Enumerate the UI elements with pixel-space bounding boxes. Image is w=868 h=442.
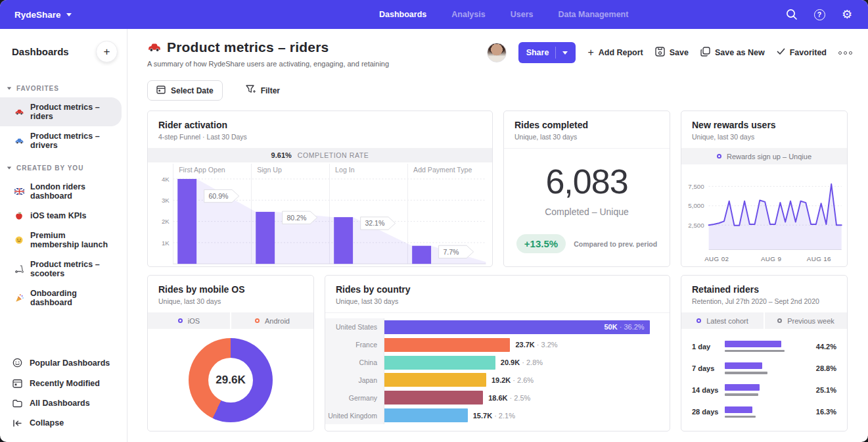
add-report-button[interactable]: + Add Report xyxy=(587,47,643,59)
legend-rewards-signup[interactable]: Rewards sign up – Unqiue xyxy=(681,148,847,164)
line-chart[interactable]: 7,5005,0002,500AUG 02AUG 9AUG 16 xyxy=(681,164,847,266)
country-row-united-kingdom[interactable]: United Kingdom 15.7K · 2.1% xyxy=(325,406,670,424)
filter-button[interactable]: Filter xyxy=(237,80,288,101)
collapse-icon xyxy=(12,419,22,428)
legend-marker xyxy=(178,318,183,323)
sidebar-section-created-by-you[interactable]: CREATED BY YOU xyxy=(0,164,127,172)
sidebar-footer-popular-dashboards[interactable]: Popular Dashboards xyxy=(0,353,122,373)
more-options-button[interactable] xyxy=(838,51,852,55)
save-button[interactable]: Save xyxy=(655,47,689,59)
country-bar[interactable] xyxy=(384,356,495,370)
header-actions: Share + Add Report Save Save as Ne xyxy=(487,42,852,63)
svg-text:7.7%: 7.7% xyxy=(443,248,459,256)
nav-item-analysis[interactable]: Analysis xyxy=(451,10,485,19)
svg-text:80.2%: 80.2% xyxy=(286,214,307,222)
sidebar-footer-collapse[interactable]: Collapse xyxy=(0,413,122,433)
apple-icon xyxy=(14,212,24,220)
legend-latest-cohort[interactable]: Latest cohort xyxy=(681,312,764,329)
chevron-down-icon[interactable] xyxy=(562,51,568,55)
select-date-button[interactable]: Select Date xyxy=(147,80,223,101)
legend-ios[interactable]: iOS xyxy=(148,312,230,329)
funnel-chart[interactable]: 1K2K3K4KFirst App OpenSign UpLog InAdd P… xyxy=(148,162,492,266)
country-row-china[interactable]: China 20.9K · 2.8% xyxy=(325,354,670,372)
page-subtitle: A summary of how RydeShare users are act… xyxy=(147,60,389,68)
sidebar-footer-all-dashboards[interactable]: All Dashboards xyxy=(0,393,122,413)
sidebar-title: Dashboards xyxy=(12,46,69,57)
country-bar[interactable] xyxy=(384,391,483,405)
legend-android[interactable]: Android xyxy=(231,312,313,329)
calendar-icon xyxy=(12,378,22,388)
brand-label: RydeShare xyxy=(14,10,61,20)
retention-row-7-days[interactable]: 7 days 28.8% xyxy=(692,357,836,379)
svg-text:60.9%: 60.9% xyxy=(208,192,229,200)
country-row-france[interactable]: France 23.7K · 3.2% xyxy=(325,336,670,354)
primary-nav: DashboardsAnalysisUsersData Management xyxy=(379,10,628,19)
chevron-down-icon xyxy=(7,87,11,90)
latest-cohort-bar[interactable] xyxy=(725,362,762,369)
latest-cohort-bar[interactable] xyxy=(725,341,781,347)
retention-chart: 1 day 44.2% 7 days 28.8% 14 days 25.1% xyxy=(681,329,847,431)
latest-cohort-bar[interactable] xyxy=(725,384,760,391)
previous-week-bar[interactable] xyxy=(725,350,785,353)
save-as-new-button[interactable]: Save as New xyxy=(700,47,765,59)
sidebar-item-product-metrics-scooters[interactable]: Product metrics – scooters xyxy=(0,255,122,283)
svg-text:Log In: Log In xyxy=(335,166,355,174)
retention-row-28-days[interactable]: 28 days 16.3% xyxy=(692,401,836,423)
legend-previous-week[interactable]: Previous week xyxy=(765,312,847,329)
sidebar-item-product-metrics-drivers[interactable]: Product metrics – drivers xyxy=(0,126,122,155)
share-button[interactable]: Share xyxy=(518,42,576,63)
previous-week-bar[interactable] xyxy=(725,372,767,374)
folder-icon xyxy=(12,399,22,408)
country-row-united-states[interactable]: United States 50K · 36.2% xyxy=(325,318,670,336)
country-bar[interactable] xyxy=(384,338,510,352)
retention-value: 16.3% xyxy=(810,408,836,416)
card-subtitle: Retention, Jul 27th 2020 – Sept 2nd 2020 xyxy=(692,297,836,305)
retention-row-1-day[interactable]: 1 day 44.2% xyxy=(692,335,836,357)
sidebar-item-product-metrics-riders[interactable]: Product metrics – riders xyxy=(0,97,122,126)
country-bar[interactable] xyxy=(384,408,468,422)
save-icon xyxy=(655,47,665,59)
svg-text:1K: 1K xyxy=(162,239,170,247)
sidebar-section-favorites[interactable]: FAVORITES xyxy=(0,85,127,92)
nav-icons: ? ⚙ xyxy=(785,8,854,21)
previous-week-bar[interactable] xyxy=(725,393,758,396)
gear-icon[interactable]: ⚙ xyxy=(840,8,854,21)
country-bar[interactable] xyxy=(384,373,486,387)
latest-cohort-bar[interactable] xyxy=(725,406,752,413)
previous-week-bar[interactable] xyxy=(725,416,756,418)
country-row-japan[interactable]: Japan 19.2K · 2.6% xyxy=(325,371,670,389)
nav-item-users[interactable]: Users xyxy=(511,10,534,19)
nav-item-data-management[interactable]: Data Management xyxy=(558,10,628,19)
card-title: Rider activation xyxy=(158,120,482,130)
search-icon[interactable] xyxy=(785,8,798,21)
help-icon[interactable]: ? xyxy=(813,8,826,21)
card-rides-completed: Rides completed Unique, last 30 days 6,0… xyxy=(503,110,670,267)
svg-text:2,500: 2,500 xyxy=(688,222,704,229)
smiley-icon xyxy=(14,236,24,244)
sidebar-item-onboarding-dashboard[interactable]: Onboarding dashboard xyxy=(0,283,122,312)
calendar-icon xyxy=(156,85,166,96)
plus-icon: + xyxy=(587,47,593,59)
bar-value-label: 50K · 36.2% xyxy=(604,323,644,331)
check-icon xyxy=(777,48,785,57)
sidebar-item-ios-team-kpis[interactable]: iOS team KPIs xyxy=(0,206,122,226)
country-row-germany[interactable]: Germany 18.6K · 2.5% xyxy=(325,389,670,406)
retention-row-14-days[interactable]: 14 days 25.1% xyxy=(692,380,836,401)
svg-text:7,500: 7,500 xyxy=(688,183,704,190)
nav-item-dashboards[interactable]: Dashboards xyxy=(379,10,426,19)
avatar[interactable] xyxy=(487,43,507,62)
country-bar[interactable]: 50K · 36.2% xyxy=(384,320,650,334)
sidebar: Dashboards + FAVORITES Product metrics –… xyxy=(0,29,127,442)
sidebar-item-premium-membership-launch[interactable]: Premium membership launch xyxy=(0,226,122,255)
sidebar-footer-recently-modified[interactable]: Recently Modified xyxy=(0,373,122,393)
donut-chart[interactable]: 29.6K xyxy=(189,338,273,422)
card-subtitle: 4-step Funnel · Last 30 Days xyxy=(158,133,482,141)
add-dashboard-button[interactable]: + xyxy=(96,41,118,62)
brand-menu[interactable]: RydeShare xyxy=(14,10,72,20)
legend-marker xyxy=(777,318,782,323)
sidebar-item-london-riders-dashboard[interactable]: London riders dashboard xyxy=(0,177,122,206)
card-title: Rides by country xyxy=(336,284,659,295)
card-retained-riders: Retained riders Retention, Jul 27th 2020… xyxy=(681,275,848,431)
favorited-button[interactable]: Favorited xyxy=(777,48,827,57)
metric-label: Completed – Unique xyxy=(545,207,629,217)
